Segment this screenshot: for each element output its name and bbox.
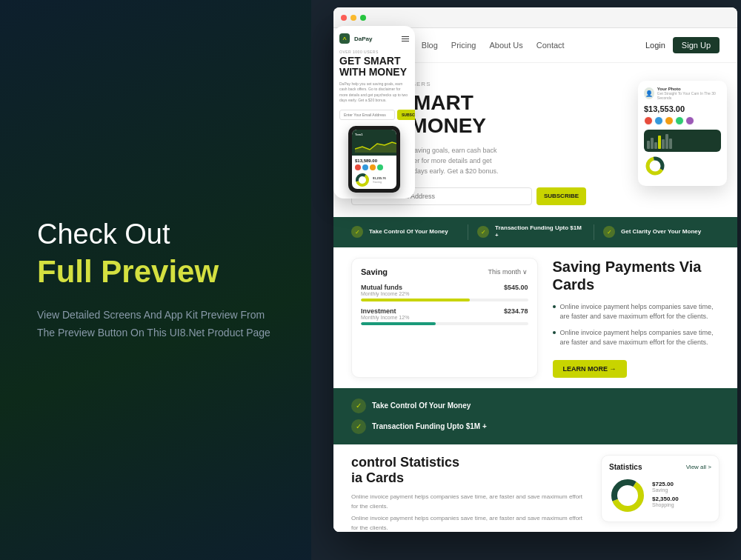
mutual-progress-bar: [361, 299, 528, 301]
stats-right: Statistics View all > $725.00: [601, 455, 720, 532]
stats-partial: control Statistics ia Cards Online invoi…: [333, 444, 737, 532]
mini-donut-chart: [644, 155, 666, 177]
mobile-logo-text: DaPay: [354, 36, 372, 42]
left-panel: Check Out Full Preview View Detailed Scr…: [0, 0, 311, 560]
nav-pricing[interactable]: Pricing: [451, 41, 476, 50]
recipient-5: [685, 116, 694, 125]
investment-progress-bar: [361, 322, 528, 325]
mini-phone-header: Tom1: [352, 130, 396, 156]
user-avatar-icon: 👤: [644, 87, 654, 99]
your-photo-info: Your Photo Get Straight To Your Cam In T…: [657, 87, 721, 100]
big-amount: $13,553.00: [644, 104, 721, 113]
mini-avatar-4: [377, 164, 383, 170]
bottom-feature-1-text: Take Control Of Your Money: [372, 401, 471, 410]
saving-item-investment-amount: $234.78: [504, 307, 528, 320]
saving-item-investment-header: Investment Monthly Income 12% $234.78: [361, 307, 528, 320]
feature-check-3: ✓: [603, 226, 615, 238]
signup-button[interactable]: Sign Up: [673, 37, 720, 53]
feature-check-2: ✓: [477, 226, 489, 238]
nav-links: Blog Pricing About Us Contact: [422, 41, 645, 50]
description-text: View Detailed Screens And App Kit Previe…: [37, 307, 274, 342]
mini-donut: [355, 173, 370, 187]
donut-chart: [609, 477, 646, 514]
mini-avatars: [355, 164, 393, 170]
feature-check-1: ✓: [351, 226, 363, 238]
bullet-dot-2: [553, 331, 556, 334]
mobile-nav: DaPay: [339, 32, 409, 45]
mobile-hero-title: GET SMART WITH MONEY: [339, 56, 409, 79]
savings-header: Saving This month ∨: [361, 267, 528, 276]
stats-list: $725.00 Saving $2,350.00 Shopping: [652, 481, 711, 510]
mini-stats-list: $1,235.76 Saving: [373, 176, 386, 184]
savings-section: Saving This month ∨ Mutual funds Monthly…: [333, 247, 737, 388]
features-strip: ✓ Take Control Of Your Money ✓ Transacti…: [333, 217, 737, 247]
recipients-row: [644, 116, 721, 125]
mini-phone-body: $13,589.00: [352, 156, 396, 189]
expand-dot: [360, 15, 366, 21]
mini-avatar-3: [370, 164, 376, 170]
mobile-email-row: SUBSCRIBE: [339, 110, 409, 120]
mini-chart-svg: [355, 138, 396, 153]
minimize-dot: [350, 15, 356, 21]
check-out-label: Check Out: [37, 218, 274, 252]
full-preview-label: Full Preview: [37, 255, 274, 289]
hamburger-menu[interactable]: [402, 36, 409, 41]
mobile-body-text: DaPay help you set saving goals, earn ca…: [339, 81, 409, 104]
stats-body-text-2: Online invoice payment helps companies s…: [351, 514, 586, 532]
saving-item-investment-name: Investment Monthly Income 12%: [361, 307, 409, 320]
month-select[interactable]: This month ∨: [488, 268, 528, 276]
your-photo-row: 👤 Your Photo Get Straight To Your Cam In…: [644, 87, 721, 100]
mobile-over-text: OVER 1000 USERS: [339, 50, 409, 54]
login-button[interactable]: Login: [645, 41, 665, 50]
recipient-2: [654, 116, 663, 125]
bullet-text-1: Online invoice payment helps companies s…: [560, 302, 720, 322]
savings-card: Saving This month ∨ Mutual funds Monthly…: [351, 258, 538, 378]
mobile-logo-icon: [339, 33, 350, 44]
right-panel: DaPay Blog Pricing About Us Contact Logi…: [311, 0, 741, 560]
stats-list-item-1: $725.00 Saving: [652, 481, 711, 493]
subscribe-button[interactable]: SUBSCRIBE: [536, 187, 586, 205]
feature-text-2: Transaction Funding Upto $1M +: [495, 224, 585, 240]
stats-list-item-2: $2,350.00 Shopping: [652, 496, 711, 507]
stats-card-overlay: 👤 Your Photo Get Straight To Your Cam In…: [638, 81, 727, 186]
saving-item-investment: Investment Monthly Income 12% $234.78: [361, 307, 528, 325]
mini-phone-title: Tom1: [355, 133, 393, 136]
mini-stat-label-1: Saving: [373, 180, 386, 184]
statistics-card: Statistics View all > $725.00: [601, 455, 720, 522]
control-stats-title: control Statistics ia Cards: [351, 455, 586, 487]
mini-amount: $13,589.00: [355, 159, 393, 163]
saving-item-mutual-header: Mutual funds Monthly Income 22% $545.00: [361, 284, 528, 296]
bottom-feature-2: ✓ Transaction Funding Upto $1M +: [351, 419, 720, 434]
savings-right-text: Saving Payments Via Cards Online invoice…: [553, 258, 720, 378]
investment-progress-fill: [361, 322, 436, 325]
saving-item-mutual-amount: $545.00: [504, 284, 528, 296]
nav-about[interactable]: About Us: [489, 41, 522, 50]
feature-item-1: ✓ Take Control Of Your Money: [351, 224, 468, 240]
stats-card-title: Statistics: [609, 463, 642, 471]
bullet-item-2: Online invoice payment helps companies s…: [553, 328, 720, 348]
saving-item-mutual-name: Mutual funds Monthly Income 22%: [361, 284, 409, 296]
feature-text-3: Get Clarity Over Your Money: [621, 228, 701, 236]
mini-phone-mockup: Tom1 $13,589.00: [348, 126, 400, 193]
recipient-4: [675, 116, 684, 125]
mini-phone-screen: Tom1 $13,589.00: [352, 130, 396, 189]
saving-payments-title: Saving Payments Via Cards: [553, 258, 720, 293]
stats-card-header: Statistics View all >: [609, 463, 711, 471]
bottom-feature-1: ✓ Take Control Of Your Money: [351, 399, 720, 413]
stats-donut-area: $725.00 Saving $2,350.00 Shopping: [609, 477, 711, 514]
nav-contact[interactable]: Contact: [536, 41, 565, 50]
stats-body-text: Online invoice payment helps companies s…: [351, 493, 586, 512]
mobile-subscribe-button[interactable]: SUBSCRIBE: [397, 110, 415, 120]
learn-more-button[interactable]: LEARN MORE →: [553, 360, 627, 378]
nav-blog[interactable]: Blog: [422, 41, 438, 50]
bottom-teal-section: ✓ Take Control Of Your Money ✓ Transacti…: [333, 388, 737, 444]
mobile-logo: DaPay: [339, 33, 372, 44]
saving-item-mutual: Mutual funds Monthly Income 22% $545.00: [361, 284, 528, 301]
savings-title: Saving: [361, 267, 388, 276]
stats-left: control Statistics ia Cards Online invoi…: [351, 455, 586, 532]
view-all-link[interactable]: View all >: [686, 464, 711, 470]
bullet-dot-1: [553, 305, 556, 308]
bottom-check-2: ✓: [351, 419, 366, 434]
recipient-3: [665, 116, 674, 125]
mobile-email-input[interactable]: [339, 110, 395, 120]
